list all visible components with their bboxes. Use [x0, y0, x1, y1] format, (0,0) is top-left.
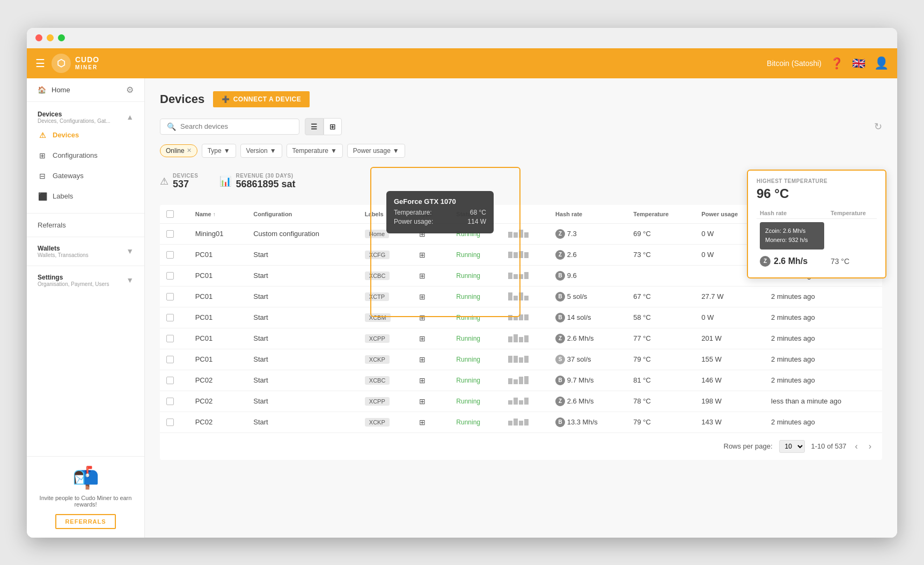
type-chevron-icon: ▼	[224, 147, 230, 155]
row-checkbox[interactable]	[166, 293, 174, 300]
cell-status: Running	[450, 223, 502, 244]
connect-device-button[interactable]: ➕ CONNECT A DEVICE	[213, 91, 310, 107]
row-checkbox[interactable]	[166, 314, 174, 321]
os-icon: ⊞	[419, 251, 426, 259]
table-row[interactable]: PC02 Start XCBC ⊞ Running B 9.7 Mh/s 81 …	[160, 370, 882, 391]
cell-name: PC02	[189, 391, 247, 412]
cell-power: 0 W	[695, 307, 765, 328]
configurations-label: Configurations	[53, 151, 98, 159]
sidebar-devices-title: Devices	[38, 111, 111, 118]
table-row[interactable]: PC02 Start XCPP ⊞ Running Z 2.6 Mh/s 78 …	[160, 391, 882, 412]
hash-coin-icon: B	[555, 271, 565, 281]
row-checkbox[interactable]	[166, 398, 174, 405]
table-row[interactable]: PC01 Start XCKP ⊞ Running S 37 sol/s 79 …	[160, 349, 882, 370]
version-label: Version	[246, 147, 268, 155]
settings-sub: Organisation, Payment, Users	[38, 281, 109, 287]
list-view-button[interactable]: ☰	[305, 118, 324, 135]
user-avatar[interactable]: 👤	[874, 56, 889, 70]
next-page-button[interactable]: ›	[867, 439, 874, 453]
type-filter[interactable]: Type ▼	[202, 144, 236, 158]
logo-text: CUDO	[75, 56, 99, 64]
os-icon: ⊞	[419, 334, 426, 343]
col-status[interactable]: Status	[450, 205, 502, 224]
cell-hashrate: B 13.3 Mh/s	[549, 412, 627, 432]
sidebar-item-configurations[interactable]: ⊞ Configurations	[27, 145, 144, 166]
search-box[interactable]: 🔍	[160, 119, 299, 135]
referrals-button[interactable]: REFERRALS	[55, 514, 115, 529]
sidebar-item-referrals[interactable]: Referrals	[27, 216, 144, 234]
table-row[interactable]: PC01 Start XCTP ⊞ Running B 5 sol/s 67 °…	[160, 286, 882, 307]
devices-stat-icon: ⚠	[160, 175, 168, 187]
row-checkbox[interactable]	[166, 272, 174, 280]
power-filter[interactable]: Power usage ▼	[347, 144, 405, 158]
cell-power: 143 W	[695, 412, 765, 432]
logo: ⬡ CUDO MINER	[52, 54, 99, 73]
online-chip-remove[interactable]: ✕	[187, 147, 192, 154]
table-row[interactable]: PC02 Start XCKP ⊞ Running B 13.3 Mh/s 79…	[160, 412, 882, 432]
cell-type: ⊞	[413, 412, 450, 432]
revenue-stat-icon: 📊	[219, 175, 231, 187]
logo-icon: ⬡	[52, 54, 71, 73]
sidebar-wallets[interactable]: Wallets Wallets, Transactions ▼	[27, 239, 144, 263]
cell-type: ⊞	[413, 391, 450, 412]
cell-gpu-bar	[502, 307, 549, 328]
cell-gpu-bar	[502, 412, 549, 432]
content-area: Devices ➕ CONNECT A DEVICE 🔍 ☰ ⊞ ↻	[145, 78, 897, 538]
row-checkbox[interactable]	[166, 335, 174, 342]
prev-page-button[interactable]: ‹	[853, 439, 860, 453]
settings-expand-icon: ▼	[126, 276, 134, 284]
sidebar-settings[interactable]: Settings Organisation, Payment, Users ▼	[27, 268, 144, 292]
cell-power: 201 W	[695, 328, 765, 349]
cell-temp	[627, 265, 695, 286]
hash-coin-icon: B	[555, 313, 565, 322]
settings-icon[interactable]: ⚙	[126, 85, 134, 95]
power-chevron-icon: ▼	[393, 147, 399, 155]
row-checkbox[interactable]	[166, 419, 174, 426]
online-filter-chip[interactable]: Online ✕	[160, 144, 197, 157]
cell-type: ⊞	[413, 265, 450, 286]
col-hashrate[interactable]: Hash rate	[549, 205, 627, 224]
hamburger-menu[interactable]: ☰	[35, 57, 45, 70]
revenue-stat: 📊 REVENUE (30 DAYS) 56861895 sat	[219, 173, 295, 190]
sidebar-item-home[interactable]: 🏠 Home ⚙	[27, 78, 144, 102]
hp-inner-box: Zcoin: 2.6 Mh/s Monero: 932 h/s	[760, 222, 824, 250]
currency-selector[interactable]: Bitcoin (Satoshi)	[767, 59, 822, 68]
row-checkbox[interactable]	[166, 356, 174, 363]
refresh-button[interactable]: ↻	[874, 121, 882, 133]
temperature-filter[interactable]: Temperature ▼	[287, 144, 343, 158]
rows-per-page-select[interactable]: 10 25 50	[779, 440, 805, 453]
grid-view-button[interactable]: ⊞	[324, 118, 342, 135]
col-config[interactable]: Configuration	[247, 205, 358, 224]
language-flag[interactable]: 🇬🇧	[852, 57, 866, 70]
sidebar-devices-header[interactable]: Devices Devices, Configurations, Gat... …	[27, 106, 144, 125]
sidebar-item-gateways[interactable]: ⊟ Gateways	[27, 166, 144, 186]
search-input[interactable]	[180, 122, 292, 130]
cell-hashrate: Z 2.6 Mh/s	[549, 391, 627, 412]
pagination: Rows per page: 10 25 50 1-10 of 537 ‹ ›	[160, 433, 882, 460]
col-type[interactable]: Type	[413, 205, 450, 224]
table-row[interactable]: PC01 Start XCBM ⊞ Running B 14 sol/s 58 …	[160, 307, 882, 328]
col-name[interactable]: Name ↑	[189, 205, 247, 224]
gateways-label: Gateways	[53, 172, 84, 180]
topnav-right: Bitcoin (Satoshi) ❓ 🇬🇧 👤	[767, 56, 889, 70]
minimize-btn[interactable]	[47, 34, 54, 41]
close-btn[interactable]	[35, 34, 42, 41]
maximize-btn[interactable]	[58, 34, 65, 41]
select-all-checkbox[interactable]	[166, 210, 174, 218]
row-checkbox[interactable]	[166, 251, 174, 259]
titlebar	[27, 28, 897, 48]
sidebar-item-devices[interactable]: ⚠ Devices	[27, 125, 144, 145]
table-row[interactable]: PC01 Start XCPP ⊞ Running Z 2.6 Mh/s 77 …	[160, 328, 882, 349]
cell-lastseen: 2 minutes ago	[765, 349, 882, 370]
revenue-stat-value: 56861895 sat	[236, 179, 295, 190]
os-icon: ⊞	[419, 272, 426, 280]
version-filter[interactable]: Version ▼	[240, 144, 282, 158]
sidebar-item-labels[interactable]: ⬛ Labels	[27, 186, 144, 207]
col-labels[interactable]: Labels	[358, 205, 413, 224]
col-temp[interactable]: Temperature	[627, 205, 695, 224]
row-checkbox[interactable]	[166, 230, 174, 238]
row-checkbox[interactable]	[166, 377, 174, 384]
help-icon[interactable]: ❓	[830, 57, 844, 70]
cell-status: Running	[450, 307, 502, 328]
main-layout: 🏠 Home ⚙ Devices Devices, Configurations…	[27, 78, 897, 538]
